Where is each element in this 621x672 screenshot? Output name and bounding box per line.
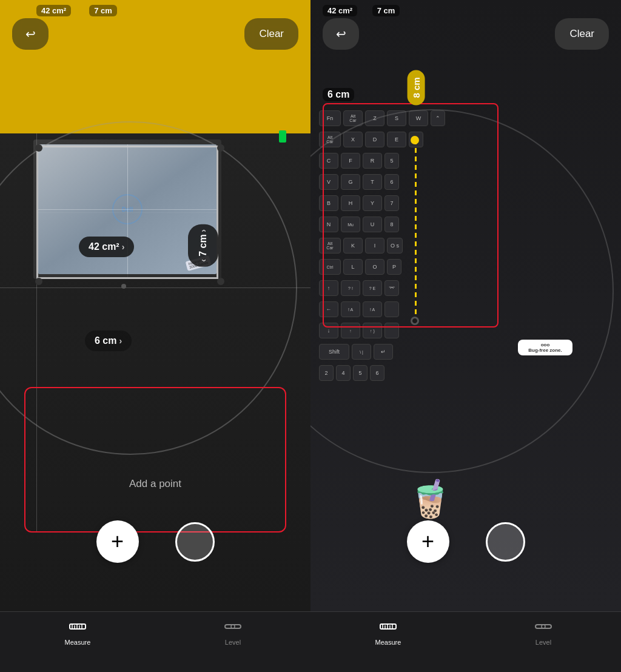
red-rect-left xyxy=(24,387,286,533)
area-label[interactable]: 42 cm² › xyxy=(79,237,134,257)
tab-label-level-right: Level xyxy=(535,639,551,646)
svg-rect-6 xyxy=(225,625,241,628)
camera-content-right: ↩ Clear 42 cm² 7 cm 6 cm 8 cm xyxy=(310,0,621,611)
sticker-text: oooBug-free zone. xyxy=(523,342,568,353)
tab-label-measure-right: Measure xyxy=(375,639,401,646)
screens-container: ↩ Clear 42 cm² 7 cm Dell xyxy=(0,0,621,611)
width-value: 6 cm xyxy=(95,335,116,346)
label-42-topleft: 42 cm² xyxy=(36,5,71,16)
corner-dot-br[interactable] xyxy=(217,278,224,285)
corner-dot-bl[interactable] xyxy=(35,278,42,285)
measurement-label-8cm[interactable]: 8 cm xyxy=(408,70,425,105)
label-7-topleft: 7 cm xyxy=(89,5,117,16)
tab-measure-right[interactable]: Measure xyxy=(310,619,466,646)
screen-right: Fn AltCar Z S W ⌃ AltCar X D E ⌃ C F xyxy=(310,0,621,611)
measure-icon-right xyxy=(380,619,397,636)
cup-sticker: 🧋 xyxy=(408,477,453,520)
measure-line-right xyxy=(414,139,416,321)
tab-label-measure-left: Measure xyxy=(65,639,91,646)
tab-label-level-left: Level xyxy=(225,639,241,646)
corner-dot-tr[interactable] xyxy=(217,144,224,152)
height-arrow-bottom: › xyxy=(198,229,208,232)
measure-icon-left xyxy=(69,619,86,636)
tab-measure-left[interactable]: Measure xyxy=(0,619,155,646)
label-7-topright: 7 cm xyxy=(372,5,400,16)
clear-button-right[interactable]: Clear xyxy=(555,18,609,50)
center-dot xyxy=(121,284,126,289)
tab-bar: Measure Level xyxy=(0,611,621,672)
svg-rect-14 xyxy=(535,625,551,628)
width-label-right: 6 cm xyxy=(323,88,354,101)
back-button-left[interactable]: ↩ xyxy=(12,18,49,50)
bug-free-sticker: oooBug-free zone. xyxy=(518,340,572,355)
bottom-controls-left: + xyxy=(0,520,310,563)
bottom-controls-right: + xyxy=(310,520,621,563)
height-value: 7 cm xyxy=(198,235,209,257)
tab-level-right[interactable]: Level xyxy=(466,619,621,646)
height-arrow-top: ‹ xyxy=(198,259,208,262)
dot-bottom[interactable] xyxy=(411,317,419,325)
top-labels-left: 42 cm² 7 cm xyxy=(36,5,117,16)
red-rect-right xyxy=(323,103,498,328)
back-button-right[interactable]: ↩ xyxy=(323,18,359,50)
tab-bar-right: Measure Level xyxy=(310,612,621,672)
dotted-line xyxy=(415,139,417,321)
dot-top[interactable] xyxy=(411,136,419,144)
level-icon-left xyxy=(224,619,241,636)
screen-left: ↩ Clear 42 cm² 7 cm Dell xyxy=(0,0,310,611)
green-indicator xyxy=(279,130,286,143)
crosshair-h xyxy=(0,287,310,288)
corner-dot-tl[interactable] xyxy=(35,144,42,152)
camera-content-left: ↩ Clear 42 cm² 7 cm Dell xyxy=(0,0,310,611)
shutter-button-left[interactable] xyxy=(175,522,215,562)
tab-level-left[interactable]: Level xyxy=(155,619,310,646)
height-label[interactable]: ‹ 7 cm › xyxy=(188,224,218,267)
add-point-button-right[interactable]: + xyxy=(407,520,449,563)
label-42-topright: 42 cm² xyxy=(323,5,357,16)
width-arrow: › xyxy=(119,336,122,346)
shutter-button-right[interactable] xyxy=(486,522,525,562)
top-bar-left: ↩ Clear xyxy=(0,18,310,50)
clear-button-left[interactable]: Clear xyxy=(244,18,298,50)
tab-bar-left: Measure Level xyxy=(0,612,310,672)
level-icon-right xyxy=(535,619,552,636)
top-labels-right: 42 cm² 7 cm xyxy=(323,5,400,16)
add-point-button-left[interactable]: + xyxy=(96,520,139,563)
add-point-text: Add a point xyxy=(0,478,310,490)
area-arrow: › xyxy=(122,242,125,252)
width-label[interactable]: 6 cm › xyxy=(85,331,132,351)
area-value: 42 cm² xyxy=(89,241,119,252)
top-bar-right: ↩ Clear xyxy=(310,18,621,50)
